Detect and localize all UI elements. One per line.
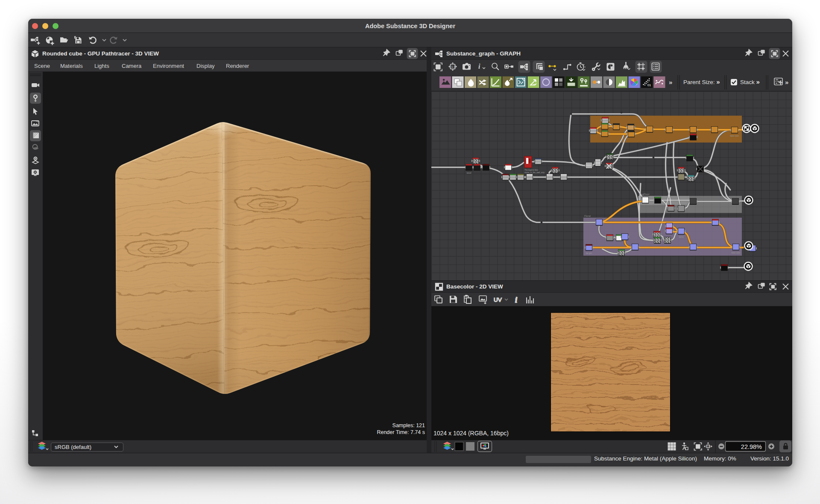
svg-text:1:1: 1:1 <box>451 65 455 69</box>
svg-text:i: i <box>478 63 480 70</box>
svg-text:blend: blend <box>679 236 684 238</box>
svg-text:base color: base color <box>732 252 741 254</box>
svg-text:Floral: Floral <box>584 215 591 217</box>
svg-text:1:1: 1:1 <box>707 445 711 448</box>
svg-text:stone_in_the_wall_strip: stone_in_the_wall_strip <box>524 172 545 174</box>
svg-text:UV: UV <box>494 297 502 303</box>
svg-text:i: i <box>515 296 517 304</box>
svg-text:»: » <box>785 79 788 86</box>
svg-text:22.98%: 22.98% <box>741 443 762 450</box>
svg-text:wood: wood <box>467 172 472 174</box>
svg-text:tile gen: tile gen <box>586 252 592 254</box>
svg-text:01: 01 <box>647 83 651 87</box>
svg-text:The legend tiles: The legend tiles <box>524 169 539 171</box>
svg-text:Stack »: Stack » <box>740 78 760 85</box>
svg-text:»: » <box>669 79 672 86</box>
svg-text:base color: base color <box>730 135 739 137</box>
svg-text:Parent Size: »: Parent Size: » <box>683 78 720 85</box>
